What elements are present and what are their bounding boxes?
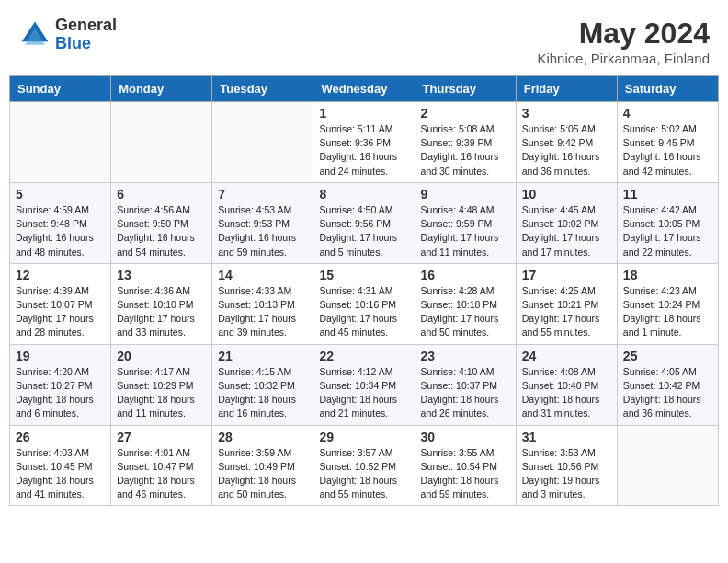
day-number: 30	[421, 430, 510, 444]
day-info: Sunrise: 4:15 AM Sunset: 10:32 PM Daylig…	[218, 365, 307, 421]
calendar-week-1: 1Sunrise: 5:11 AM Sunset: 9:36 PM Daylig…	[10, 102, 719, 183]
day-number: 4	[623, 106, 712, 121]
calendar-cell	[617, 425, 718, 506]
day-info: Sunrise: 4:08 AM Sunset: 10:40 PM Daylig…	[522, 365, 611, 421]
weekday-header-sunday: Sunday	[10, 76, 111, 102]
calendar-cell: 12Sunrise: 4:39 AM Sunset: 10:07 PM Dayl…	[10, 263, 111, 344]
day-number: 31	[522, 430, 611, 444]
calendar-cell: 23Sunrise: 4:10 AM Sunset: 10:37 PM Dayl…	[415, 344, 516, 425]
calendar-week-5: 26Sunrise: 4:03 AM Sunset: 10:45 PM Dayl…	[10, 425, 719, 506]
day-info: Sunrise: 4:23 AM Sunset: 10:24 PM Daylig…	[623, 284, 712, 340]
day-info: Sunrise: 4:56 AM Sunset: 9:50 PM Dayligh…	[117, 203, 206, 259]
day-info: Sunrise: 3:59 AM Sunset: 10:49 PM Daylig…	[218, 446, 307, 502]
calendar-cell: 19Sunrise: 4:20 AM Sunset: 10:27 PM Dayl…	[10, 344, 111, 425]
weekday-header-thursday: Thursday	[415, 76, 516, 102]
day-info: Sunrise: 4:03 AM Sunset: 10:45 PM Daylig…	[16, 446, 105, 502]
day-info: Sunrise: 4:28 AM Sunset: 10:18 PM Daylig…	[421, 284, 510, 340]
day-number: 1	[319, 106, 408, 121]
calendar-cell: 11Sunrise: 4:42 AM Sunset: 10:05 PM Dayl…	[617, 182, 718, 263]
day-number: 28	[218, 430, 307, 444]
calendar-cell: 20Sunrise: 4:17 AM Sunset: 10:29 PM Dayl…	[111, 344, 212, 425]
calendar-cell: 4Sunrise: 5:02 AM Sunset: 9:45 PM Daylig…	[617, 102, 718, 183]
calendar-cell	[111, 102, 212, 183]
logo: General Blue	[18, 17, 117, 53]
day-info: Sunrise: 4:36 AM Sunset: 10:10 PM Daylig…	[117, 284, 206, 340]
logo-general-text: General	[55, 17, 117, 35]
calendar-week-3: 12Sunrise: 4:39 AM Sunset: 10:07 PM Dayl…	[10, 263, 719, 344]
calendar-table: SundayMondayTuesdayWednesdayThursdayFrid…	[9, 75, 719, 506]
calendar-cell: 21Sunrise: 4:15 AM Sunset: 10:32 PM Dayl…	[212, 344, 313, 425]
calendar-cell: 17Sunrise: 4:25 AM Sunset: 10:21 PM Dayl…	[516, 263, 617, 344]
calendar-cell: 8Sunrise: 4:50 AM Sunset: 9:56 PM Daylig…	[313, 182, 415, 263]
calendar-cell: 30Sunrise: 3:55 AM Sunset: 10:54 PM Dayl…	[415, 425, 516, 506]
calendar-cell: 10Sunrise: 4:45 AM Sunset: 10:02 PM Dayl…	[516, 182, 617, 263]
calendar-cell: 28Sunrise: 3:59 AM Sunset: 10:49 PM Dayl…	[212, 425, 313, 506]
day-info: Sunrise: 4:01 AM Sunset: 10:47 PM Daylig…	[117, 446, 206, 502]
day-info: Sunrise: 3:55 AM Sunset: 10:54 PM Daylig…	[421, 446, 510, 502]
day-number: 20	[117, 349, 206, 363]
day-info: Sunrise: 4:20 AM Sunset: 10:27 PM Daylig…	[16, 365, 105, 421]
logo-icon	[18, 18, 51, 52]
calendar-cell: 26Sunrise: 4:03 AM Sunset: 10:45 PM Dayl…	[10, 425, 111, 506]
day-number: 21	[218, 349, 307, 363]
day-number: 9	[421, 187, 510, 201]
day-number: 19	[16, 349, 105, 363]
title-block: May 2024 Kihnioe, Pirkanmaa, Finland	[537, 17, 710, 66]
calendar-week-4: 19Sunrise: 4:20 AM Sunset: 10:27 PM Dayl…	[10, 344, 719, 425]
day-info: Sunrise: 4:48 AM Sunset: 9:59 PM Dayligh…	[421, 203, 510, 259]
day-info: Sunrise: 4:31 AM Sunset: 10:16 PM Daylig…	[319, 284, 408, 340]
day-number: 14	[218, 268, 307, 282]
day-number: 12	[16, 268, 105, 282]
day-number: 24	[522, 349, 611, 363]
calendar-cell: 22Sunrise: 4:12 AM Sunset: 10:34 PM Dayl…	[313, 344, 415, 425]
day-number: 8	[319, 187, 408, 201]
calendar-cell: 24Sunrise: 4:08 AM Sunset: 10:40 PM Dayl…	[516, 344, 617, 425]
day-number: 16	[421, 268, 510, 282]
day-number: 17	[522, 268, 611, 282]
calendar-cell: 6Sunrise: 4:56 AM Sunset: 9:50 PM Daylig…	[111, 182, 212, 263]
day-info: Sunrise: 4:25 AM Sunset: 10:21 PM Daylig…	[522, 284, 611, 340]
day-number: 5	[16, 187, 105, 201]
day-number: 25	[623, 349, 712, 363]
calendar-cell: 1Sunrise: 5:11 AM Sunset: 9:36 PM Daylig…	[313, 102, 415, 183]
calendar-cell: 9Sunrise: 4:48 AM Sunset: 9:59 PM Daylig…	[415, 182, 516, 263]
calendar-cell: 5Sunrise: 4:59 AM Sunset: 9:48 PM Daylig…	[10, 182, 111, 263]
day-number: 7	[218, 187, 307, 201]
day-number: 15	[319, 268, 408, 282]
calendar-cell: 18Sunrise: 4:23 AM Sunset: 10:24 PM Dayl…	[617, 263, 718, 344]
calendar-header-row: SundayMondayTuesdayWednesdayThursdayFrid…	[10, 76, 719, 102]
day-info: Sunrise: 4:50 AM Sunset: 9:56 PM Dayligh…	[319, 203, 408, 259]
calendar-cell: 14Sunrise: 4:33 AM Sunset: 10:13 PM Dayl…	[212, 263, 313, 344]
weekday-header-friday: Friday	[516, 76, 617, 102]
day-info: Sunrise: 4:17 AM Sunset: 10:29 PM Daylig…	[117, 365, 206, 421]
day-info: Sunrise: 4:10 AM Sunset: 10:37 PM Daylig…	[421, 365, 510, 421]
day-info: Sunrise: 5:05 AM Sunset: 9:42 PM Dayligh…	[522, 122, 611, 178]
day-number: 23	[421, 349, 510, 363]
day-number: 18	[623, 268, 712, 282]
day-info: Sunrise: 3:57 AM Sunset: 10:52 PM Daylig…	[319, 446, 408, 502]
day-info: Sunrise: 3:53 AM Sunset: 10:56 PM Daylig…	[522, 446, 611, 502]
weekday-header-wednesday: Wednesday	[313, 76, 415, 102]
day-number: 11	[623, 187, 712, 201]
weekday-header-saturday: Saturday	[617, 76, 718, 102]
day-info: Sunrise: 5:08 AM Sunset: 9:39 PM Dayligh…	[421, 122, 510, 178]
calendar-cell: 27Sunrise: 4:01 AM Sunset: 10:47 PM Dayl…	[111, 425, 212, 506]
day-number: 2	[421, 106, 510, 121]
day-number: 13	[117, 268, 206, 282]
day-info: Sunrise: 4:12 AM Sunset: 10:34 PM Daylig…	[319, 365, 408, 421]
calendar-cell: 31Sunrise: 3:53 AM Sunset: 10:56 PM Dayl…	[516, 425, 617, 506]
day-info: Sunrise: 5:11 AM Sunset: 9:36 PM Dayligh…	[319, 122, 408, 178]
calendar-cell: 7Sunrise: 4:53 AM Sunset: 9:53 PM Daylig…	[212, 182, 313, 263]
day-info: Sunrise: 4:59 AM Sunset: 9:48 PM Dayligh…	[16, 203, 105, 259]
day-number: 22	[319, 349, 408, 363]
calendar-cell: 15Sunrise: 4:31 AM Sunset: 10:16 PM Dayl…	[313, 263, 415, 344]
day-number: 3	[522, 106, 611, 121]
weekday-header-monday: Monday	[111, 76, 212, 102]
day-info: Sunrise: 4:45 AM Sunset: 10:02 PM Daylig…	[522, 203, 611, 259]
calendar-cell	[212, 102, 313, 183]
logo-blue-text: Blue	[55, 35, 117, 53]
calendar-cell	[10, 102, 111, 183]
logo-text: General Blue	[55, 17, 117, 53]
day-number: 26	[16, 430, 105, 444]
day-number: 29	[319, 430, 408, 444]
